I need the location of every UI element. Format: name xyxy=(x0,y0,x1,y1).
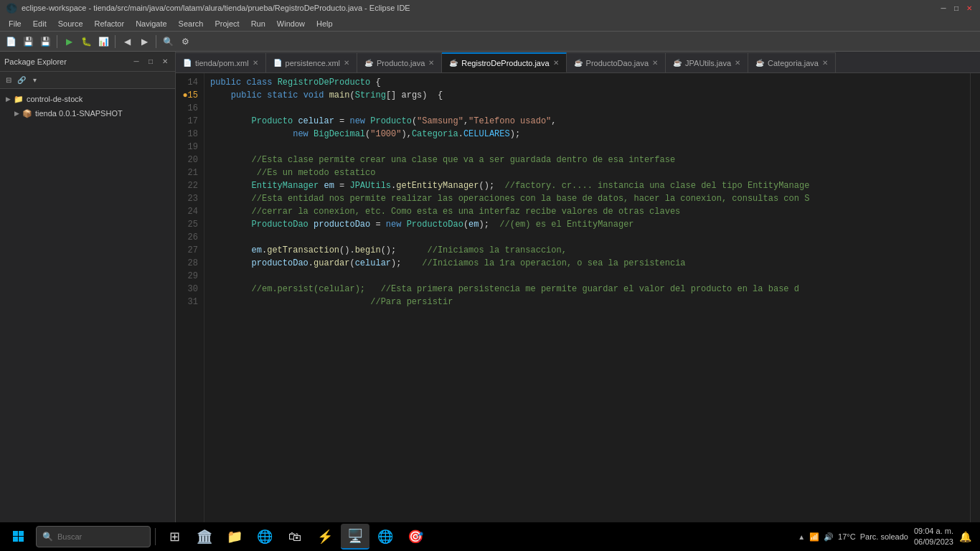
taskbar-app-task-view[interactable]: ⊞ xyxy=(160,524,189,550)
settings-button[interactable]: ⚙ xyxy=(177,34,193,50)
menu-source[interactable]: Source xyxy=(52,18,89,29)
tab-close-persistence[interactable]: ✕ xyxy=(344,59,349,67)
editor-scrollbar[interactable] xyxy=(970,73,980,522)
tab-close-categoria[interactable]: ✕ xyxy=(822,59,828,67)
window-controls[interactable]: ─ □ ✕ xyxy=(938,3,974,13)
search-input[interactable] xyxy=(57,532,144,541)
taskbar-app-misc[interactable]: 🎯 xyxy=(401,524,430,550)
tab-close-jpautils[interactable]: ✕ xyxy=(735,59,740,67)
expand-icon-tienda: ▶ xyxy=(14,110,19,117)
menu-refactor[interactable]: Refactor xyxy=(89,18,131,29)
tree-label-tienda: tienda 0.0.1-SNAPSHOT xyxy=(35,109,123,118)
tab-label-categoria: Categoria.java xyxy=(768,59,819,67)
tab-producto-java[interactable]: ☕ Producto.java ✕ xyxy=(357,52,442,72)
toolbar: 📄 💾 💾 ▶ 🐛 📊 ◀ ▶ 🔍 ⚙ xyxy=(0,32,980,52)
start-button[interactable] xyxy=(3,522,34,551)
tab-label-productodao: ProductoDao.java xyxy=(586,59,649,67)
save-all-button[interactable]: 💾 xyxy=(37,34,53,50)
ln-31: 31 xyxy=(176,296,198,309)
maximize-button[interactable]: □ xyxy=(951,3,961,13)
menu-navigate[interactable]: Navigate xyxy=(130,18,172,29)
tab-label-jpautils: JPAUtils.java xyxy=(685,59,731,67)
tab-close-producto[interactable]: ✕ xyxy=(428,59,434,67)
title-bar: 🌑 eclipse-workspace - tienda/src/main/ja… xyxy=(0,0,980,16)
notification-area[interactable]: 🔔 xyxy=(959,531,971,542)
weather-temp: 17°C xyxy=(838,532,856,541)
ln-22: 22 xyxy=(176,179,198,192)
run-button[interactable]: ▶ xyxy=(61,34,77,50)
taskbar-app-file-explorer[interactable]: 📁 xyxy=(220,524,249,550)
menu-help[interactable]: Help xyxy=(311,18,339,29)
eclipse-icon: 🌑 xyxy=(6,3,17,14)
ln-28: 28 xyxy=(176,257,198,270)
menu-project[interactable]: Project xyxy=(209,18,245,29)
taskbar-app-temple[interactable]: 🏛️ xyxy=(190,524,219,550)
temple-icon: 🏛️ xyxy=(197,529,212,545)
debug-button[interactable]: 🐛 xyxy=(78,34,94,50)
menu-bar: File Edit Source Refactor Navigate Searc… xyxy=(0,16,980,32)
tab-close-registro[interactable]: ✕ xyxy=(553,59,559,67)
eclipse-taskbar-icon: 🖥️ xyxy=(347,528,363,544)
menu-edit[interactable]: Edit xyxy=(27,18,52,29)
tab-label-persistence: persistence.xml xyxy=(286,59,340,67)
back-button[interactable]: ◀ xyxy=(119,34,135,50)
close-button[interactable]: ✕ xyxy=(964,3,974,13)
menu-window[interactable]: Window xyxy=(271,18,311,29)
taskbar-app-edge[interactable]: 🌐 xyxy=(250,524,279,550)
maximize-panel-button[interactable]: □ xyxy=(145,56,156,67)
tab-icon-jpautils: ☕ xyxy=(673,59,682,67)
taskbar-app-slack[interactable]: ⚡ xyxy=(311,524,339,550)
tab-persistence-xml[interactable]: 📄 persistence.xml ✕ xyxy=(266,52,357,72)
taskbar-app-chrome[interactable]: 🌐 xyxy=(371,524,400,550)
taskbar-right: ▲ 📶 🔊 17°C Parc. soleado 09:04 a. m. 06/… xyxy=(798,526,977,548)
ln-18: 18 xyxy=(176,128,198,141)
store-icon: 🛍 xyxy=(288,529,301,545)
tab-productodao-java[interactable]: ☕ ProductoDao.java ✕ xyxy=(567,52,666,72)
tree-item-tienda[interactable]: ▶ 📦 tienda 0.0.1-SNAPSHOT xyxy=(0,106,175,121)
ln-21: 21 xyxy=(176,166,198,179)
tab-close-pom[interactable]: ✕ xyxy=(253,59,258,67)
search-toolbar-button[interactable]: 🔍 xyxy=(160,34,176,50)
taskbar-app-eclipse[interactable]: 🖥️ xyxy=(341,524,369,550)
volume-icon: 🔊 xyxy=(824,532,834,542)
menu-file[interactable]: File xyxy=(3,18,27,29)
tabs-container: 📄 tienda/pom.xml ✕ 📄 persistence.xml ✕ ☕… xyxy=(176,52,980,72)
new-button[interactable]: 📄 xyxy=(3,34,19,50)
search-bar[interactable]: 🔍 xyxy=(36,526,151,547)
weather-desc: Parc. soleado xyxy=(860,532,908,541)
system-clock[interactable]: 09:04 a. m. 06/09/2023 xyxy=(914,526,953,548)
toolbar-separator-1 xyxy=(57,35,57,48)
minimize-panel-button[interactable]: ─ xyxy=(131,56,142,67)
package-icon-tienda: 📦 xyxy=(22,109,32,118)
menu-run[interactable]: Run xyxy=(245,18,271,29)
tree-item-control[interactable]: ▶ 📁 control-de-stock xyxy=(0,92,175,106)
ln-24: 24 xyxy=(176,205,198,218)
package-explorer-title: Package Explorer xyxy=(4,57,128,66)
collapse-all-button[interactable]: ⊟ xyxy=(3,75,14,86)
taskbar-app-store[interactable]: 🛍 xyxy=(281,524,309,550)
panel-menu-button[interactable]: ▾ xyxy=(29,75,40,86)
close-panel-button[interactable]: ✕ xyxy=(159,56,171,67)
save-button[interactable]: 💾 xyxy=(20,34,36,50)
code-container[interactable]: 14 ●15 16 17 18 19 20 21 22 23 24 25 26 … xyxy=(176,73,980,522)
tab-registro-java[interactable]: ☕ RegistroDeProducto.java ✕ xyxy=(442,52,566,72)
network-icon: 📶 xyxy=(809,532,819,542)
tab-close-productodao[interactable]: ✕ xyxy=(652,59,658,67)
notification-icon: 🔔 xyxy=(959,531,971,542)
tray-arrow[interactable]: ▲ xyxy=(798,533,805,541)
forward-button[interactable]: ▶ xyxy=(136,34,152,50)
ln-17: 17 xyxy=(176,115,198,128)
tab-pom-xml[interactable]: 📄 tienda/pom.xml ✕ xyxy=(176,52,266,72)
minimize-button[interactable]: ─ xyxy=(938,3,948,13)
tab-jpautils-java[interactable]: ☕ JPAUtils.java ✕ xyxy=(666,52,748,72)
tab-icon-categoria: ☕ xyxy=(755,59,764,67)
menu-search[interactable]: Search xyxy=(173,18,209,29)
tab-label-registro: RegistroDeProducto.java xyxy=(461,59,549,67)
link-editor-button[interactable]: 🔗 xyxy=(16,75,27,86)
coverage-button[interactable]: 📊 xyxy=(95,34,111,50)
tab-categoria-java[interactable]: ☕ Categoria.java ✕ xyxy=(748,52,836,72)
folder-icon-control: 📁 xyxy=(14,95,24,104)
ln-25: 25 xyxy=(176,218,198,231)
ln-27: 27 xyxy=(176,244,198,257)
code-editor[interactable]: public class RegistroDeProducto { public… xyxy=(204,73,970,522)
